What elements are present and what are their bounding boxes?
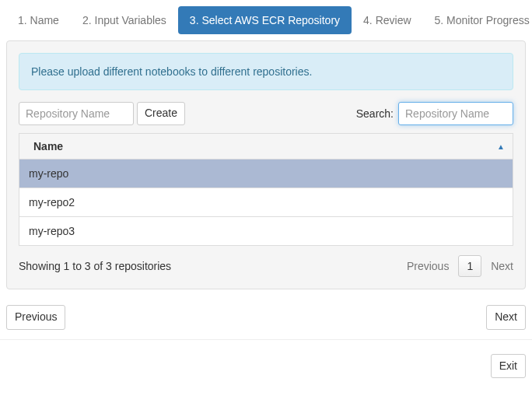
info-alert: Please upload different notebooks to dif… xyxy=(19,53,513,90)
wizard-footer: Previous Next xyxy=(0,296,532,340)
cell-name: my-repo2 xyxy=(19,188,513,217)
exit-button[interactable]: Exit xyxy=(491,354,526,379)
table-row[interactable]: my-repo3 xyxy=(19,217,513,246)
table-row[interactable]: my-repo xyxy=(19,159,513,188)
cell-name: my-repo xyxy=(19,159,513,188)
wizard-tab-select-repo[interactable]: 3. Select AWS ECR Repository xyxy=(178,6,352,34)
wizard-tab-name[interactable]: 1. Name xyxy=(6,6,71,34)
repo-toolbar: Create Search: xyxy=(19,102,513,125)
wizard-tabs: 1. Name 2. Input Variables 3. Select AWS… xyxy=(0,0,532,34)
table-info: Showing 1 to 3 of 3 repositories xyxy=(19,260,171,272)
repo-table: Name ▲ my-repo my-repo2 my-repo3 xyxy=(19,133,513,246)
pagination-page-1[interactable]: 1 xyxy=(458,255,481,277)
search-label: Search: xyxy=(356,107,394,120)
table-row[interactable]: my-repo2 xyxy=(19,188,513,217)
wizard-tab-input-variables[interactable]: 2. Input Variables xyxy=(71,6,178,34)
table-footer: Showing 1 to 3 of 3 repositories Previou… xyxy=(19,255,513,277)
cell-name: my-repo3 xyxy=(19,217,513,246)
pagination-prev[interactable]: Previous xyxy=(407,260,449,272)
main-panel: Please upload different notebooks to dif… xyxy=(6,40,526,289)
exit-row: Exit xyxy=(0,340,532,385)
search-input[interactable] xyxy=(398,102,513,125)
sort-asc-icon: ▲ xyxy=(497,142,505,151)
wizard-tab-review[interactable]: 4. Review xyxy=(352,6,422,34)
column-header-name-text: Name xyxy=(33,140,63,152)
pagination: Previous 1 Next xyxy=(407,255,513,277)
next-button[interactable]: Next xyxy=(486,305,526,330)
wizard-tab-monitor[interactable]: 5. Monitor Progress xyxy=(423,6,532,34)
previous-button[interactable]: Previous xyxy=(6,305,65,330)
create-button[interactable]: Create xyxy=(137,102,185,125)
info-alert-text: Please upload different notebooks to dif… xyxy=(31,65,312,78)
pagination-next[interactable]: Next xyxy=(491,260,513,272)
column-header-name[interactable]: Name ▲ xyxy=(19,134,513,159)
repo-name-input[interactable] xyxy=(19,102,134,125)
